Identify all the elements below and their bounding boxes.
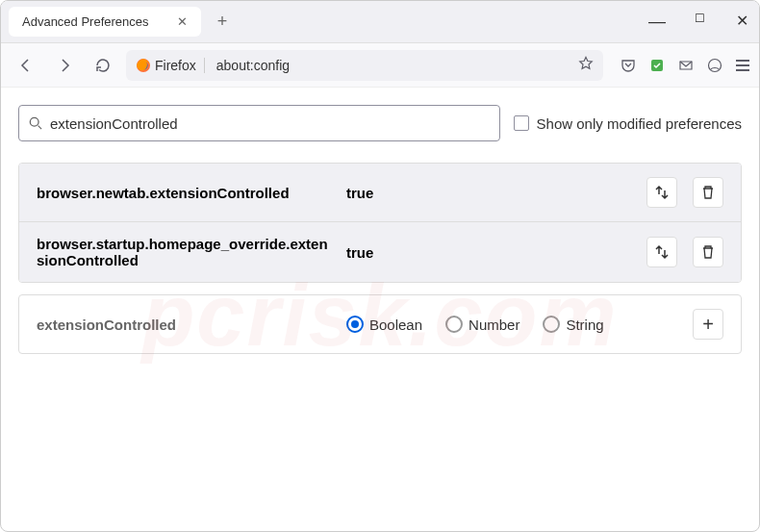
account-icon[interactable] <box>707 58 722 73</box>
toolbar: Firefox about:config <box>1 43 759 88</box>
search-icon <box>29 116 42 130</box>
search-row: Show only modified preferences <box>18 105 742 141</box>
radio-input[interactable] <box>445 316 463 333</box>
checkbox-text: Show only modified preferences <box>537 115 742 132</box>
preferences-table: browser.newtab.extensionControlled true … <box>18 163 742 283</box>
radio-number[interactable]: Number <box>445 316 519 333</box>
pref-actions <box>646 237 723 267</box>
radio-boolean[interactable]: Boolean <box>346 316 422 333</box>
identity-box[interactable]: Firefox <box>136 58 205 73</box>
forward-button[interactable] <box>49 50 80 81</box>
bookmark-star-icon[interactable] <box>578 56 594 74</box>
pocket-icon[interactable] <box>621 58 636 73</box>
search-input[interactable] <box>50 115 490 132</box>
pref-value: true <box>346 244 635 261</box>
inbox-icon[interactable] <box>678 58 694 73</box>
toggle-button[interactable] <box>646 237 677 267</box>
extension-icon[interactable] <box>649 58 665 73</box>
pref-row[interactable]: browser.startup.homepage_override.extens… <box>19 221 741 282</box>
pref-row[interactable]: browser.newtab.extensionControlled true <box>19 164 741 221</box>
add-pref-name: extensionControlled <box>37 317 335 333</box>
radio-label: Number <box>469 317 519 333</box>
delete-button[interactable] <box>693 237 723 267</box>
add-pref-row: extensionControlled Boolean Number Strin… <box>18 294 742 354</box>
new-tab-button[interactable]: + <box>209 9 236 36</box>
show-modified-checkbox-label[interactable]: Show only modified preferences <box>514 115 742 132</box>
titlebar: Advanced Preferences ✕ + — ☐ ✕ <box>1 1 759 43</box>
tab-title: Advanced Preferences <box>22 14 149 29</box>
pref-name: browser.startup.homepage_override.extens… <box>37 236 335 268</box>
delete-button[interactable] <box>693 177 723 208</box>
minimize-button[interactable]: — <box>647 12 667 32</box>
url-text: about:config <box>216 58 290 73</box>
svg-point-4 <box>30 117 38 126</box>
search-box[interactable] <box>18 105 500 141</box>
toolbar-icons <box>621 58 749 73</box>
browser-window: Advanced Preferences ✕ + — ☐ ✕ Firefox a… <box>0 0 760 532</box>
radio-input[interactable] <box>346 316 364 333</box>
pref-actions <box>646 177 723 208</box>
type-radio-group: Boolean Number String <box>346 316 681 333</box>
svg-point-3 <box>709 59 722 71</box>
toggle-button[interactable] <box>646 177 677 208</box>
maximize-button[interactable]: ☐ <box>690 12 709 32</box>
menu-button[interactable] <box>736 60 749 71</box>
add-button[interactable]: + <box>693 309 723 340</box>
show-modified-checkbox[interactable] <box>514 115 529 131</box>
radio-label: String <box>566 317 603 333</box>
radio-input[interactable] <box>543 316 560 333</box>
active-tab[interactable]: Advanced Preferences ✕ <box>9 7 201 37</box>
radio-string[interactable]: String <box>543 316 603 333</box>
url-bar[interactable]: Firefox about:config <box>126 50 603 81</box>
identity-label: Firefox <box>155 58 196 73</box>
close-window-button[interactable]: ✕ <box>732 12 751 32</box>
window-controls: — ☐ ✕ <box>647 12 751 32</box>
close-tab-icon[interactable]: ✕ <box>177 14 188 29</box>
pref-value: true <box>346 185 635 201</box>
reload-button[interactable] <box>88 50 118 81</box>
radio-label: Boolean <box>369 317 422 333</box>
firefox-icon <box>136 58 151 73</box>
content-area: pcrisk.com Show only modified preference… <box>1 88 759 531</box>
pref-name: browser.newtab.extensionControlled <box>37 185 335 201</box>
back-button[interactable] <box>11 50 41 81</box>
